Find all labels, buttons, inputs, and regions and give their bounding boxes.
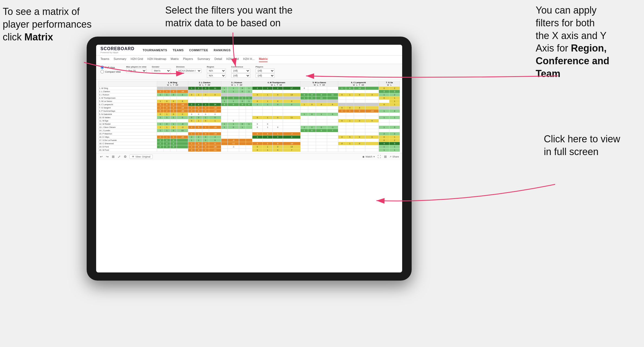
annotation-right-bottom: Click here to view in full screen [544,133,636,158]
ann-rt-l2: filters for both [536,17,595,28]
players-select2[interactable]: (All) [256,73,275,78]
fullscreen-icon[interactable]: ⛶ [377,154,381,159]
table-row: 13. J Skov Olesen 110-3 251-19 101 010 2… [99,126,400,129]
nav-tournaments[interactable]: TOURNAMENTS [143,49,167,52]
watch-button[interactable]: ◉ Watch ▾ [362,155,375,158]
full-view-radio[interactable] [100,66,104,69]
gender-label: Gender [152,66,171,68]
table-row: 9. N Gabrelcik 0100 0000 1013 [99,113,400,116]
table-row: 6. C Lamprecht 300-16 24124 3000 1100 10… [99,103,400,106]
view-original-button[interactable]: 👁 View: Original [129,155,153,159]
col-header-lclanton: 2. L ClantonW L T Dif [188,81,221,87]
max-players-select[interactable]: Top 25 [126,69,147,73]
ann-left-line1: To see a matrix of [3,6,80,17]
expand-icon[interactable]: ⊞ [383,154,387,159]
table-row: 10. B Valdes 1110 0010 01011 11 [99,116,400,119]
undo-icon[interactable]: ↩ [99,154,103,159]
filter-conference: Conference (All) (All) [231,66,250,78]
subnav-matrix-active[interactable]: Matrix [259,57,268,62]
filter-region: Region N/A N/A [207,66,226,78]
app-logo: SCOREBOARD Powered by clippd [100,46,135,54]
subnav-detail[interactable]: Detail [214,57,222,62]
view-original-label: View: Original [135,155,150,158]
table-row: 4. M Thorbjornsen 1001 1013 01 [99,97,400,100]
ann-rt-l4p: Axis for [536,43,571,54]
logo-sub: Powered by clippd [100,51,135,54]
subnav-h2hgrid2[interactable]: H2H Grid [226,57,239,62]
subnav-h2hheatmap[interactable]: H2H Heatmap [147,57,166,62]
compact-view-radio[interactable] [100,70,104,73]
subnav-summary[interactable]: Summary [113,57,126,62]
subnav-players[interactable]: Players [183,57,193,62]
subnav-h2hh[interactable]: H2H H... [243,57,255,62]
filter-players: Players (All) (All) [256,66,275,78]
nav-rankings[interactable]: RANKINGS [214,49,231,52]
col-header-empty [99,81,157,87]
conference-select[interactable]: (All) [231,69,250,73]
matrix-table: 1. W DingW L T Dif 2. L ClantonW L T Dif… [98,81,400,152]
col-header-mlasasso: 5. M La SassoW L T Dif [301,81,338,87]
watch-chevron: ▾ [373,155,375,158]
division-label: Division [176,66,201,68]
compact-view-option[interactable]: Compact View [100,70,121,73]
view-options: Full View Compact View [100,66,121,73]
table-row: 19. D Ford 200 240-20 -1 01013 11 [99,145,400,149]
conference-label: Conference [231,66,250,68]
col-header-mthorb: 4. M ThorbjornsenW L T Dif [252,81,301,87]
subnav-summary2[interactable]: Summary [197,57,210,62]
ann-center-line2: matrix data to be based on [165,17,281,28]
ann-rt-l6: Team [536,68,560,79]
ann-rt-l4b: Region, [571,43,607,54]
col-header-wding: 1. W DingW L T Dif [157,81,188,87]
matrix-area: 1. W DingW L T Dif 2. L ClantonW L T Dif… [96,80,402,153]
filter-division: Division NCAA Division I [176,66,201,73]
subnav-h2hgrid[interactable]: H2H Grid [131,57,143,62]
filters-bar: Full View Compact View Max players in vi… [96,64,402,80]
gender-select[interactable]: Men's [152,69,171,73]
nav-teams[interactable]: TEAMS [173,49,184,52]
region-label: Region [207,66,226,68]
subnav-matrix1[interactable]: Matrix [171,57,179,62]
ann-rb-l1: Click here to view [544,133,620,144]
zoom-fit-icon[interactable]: ⤢ [117,154,121,159]
compact-view-label: Compact View [105,70,121,73]
ann-rt-l5: Conference and [536,55,609,66]
redo-icon[interactable]: ↪ [105,154,109,159]
settings-icon[interactable]: ⚙ [123,154,127,159]
filter-max-players: Max players in view Top 25 [126,66,147,73]
app-header: SCOREBOARD Powered by clippd TOURNAMENTS… [96,45,402,56]
ann-rt-l1: You can apply [536,5,597,16]
table-row: 14. J Lundin 11010 1007 [99,129,400,132]
conference-select2[interactable]: (All) [231,73,250,78]
region-select2[interactable]: N/A [207,73,226,78]
ann-rb-l2: in full screen [544,146,599,157]
main-nav: TOURNAMENTS TEAMS COMMITTEE RANKINGS [143,49,231,52]
share-icon: ↗ [389,155,392,158]
tablet-screen: SCOREBOARD Powered by clippd TOURNAMENTS… [96,45,402,272]
tablet-device: SCOREBOARD Powered by clippd TOURNAMENTS… [87,37,412,281]
logo-text: SCOREBOARD [100,46,135,51]
table-row: 12. M Riedel 101-6 1101 00 [99,123,400,126]
nav-committee[interactable]: COMMITTEE [189,49,208,52]
table-row: 17. S De La Fuente 200 1100 -8 02 [99,139,400,142]
grid-icon[interactable]: ⊞ [111,154,115,159]
region-select[interactable]: N/A [207,69,226,73]
players-label: Players [256,66,275,68]
annotation-center: Select the filters you want the matrix d… [165,4,301,30]
ann-left-line3-bold: Matrix [24,31,53,43]
division-select[interactable]: NCAA Division I [176,69,201,73]
watch-icon: ◉ [362,155,365,158]
sub-nav: Teams Summary H2H Grid H2H Heatmap Matri… [96,56,402,64]
players-select[interactable]: (All) [256,69,275,73]
matrix-container: 1. W DingW L T Dif 2. L ClantonW L T Dif… [98,81,400,152]
col-header-clamprecht: 6. C LamprechtW L T Dif [338,81,379,87]
col-header-gsa: 7. G SaW L [379,81,400,87]
share-button[interactable]: ↗ Share [389,155,399,158]
table-row: 5. M La Sasso 1006 1101 0100 1 [99,100,400,103]
share-label: Share [392,155,399,158]
full-view-option[interactable]: Full View [100,66,121,69]
table-row: 8. P Summerhays 520-48 200-16 010-13 12 [99,110,400,113]
subnav-teams[interactable]: Teams [100,57,109,62]
ann-left-line3-plain: click [3,31,24,43]
ann-left-line2: player performances [3,19,92,30]
